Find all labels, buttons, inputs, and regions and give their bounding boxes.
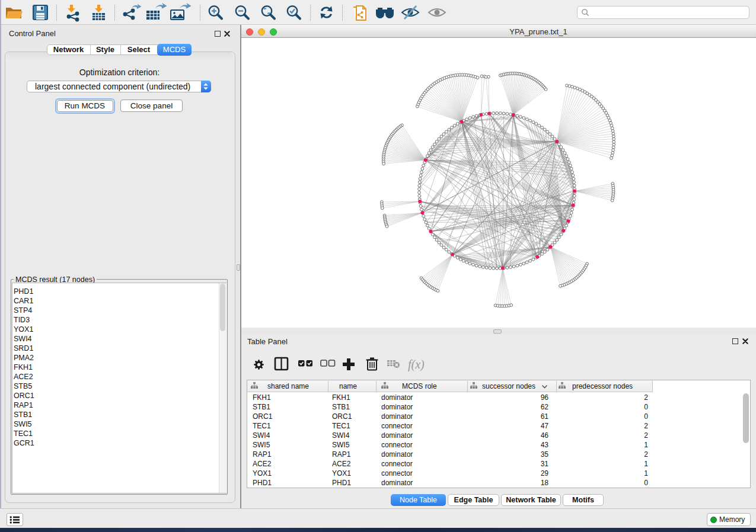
svg-text:f(x): f(x) — [408, 358, 425, 371]
